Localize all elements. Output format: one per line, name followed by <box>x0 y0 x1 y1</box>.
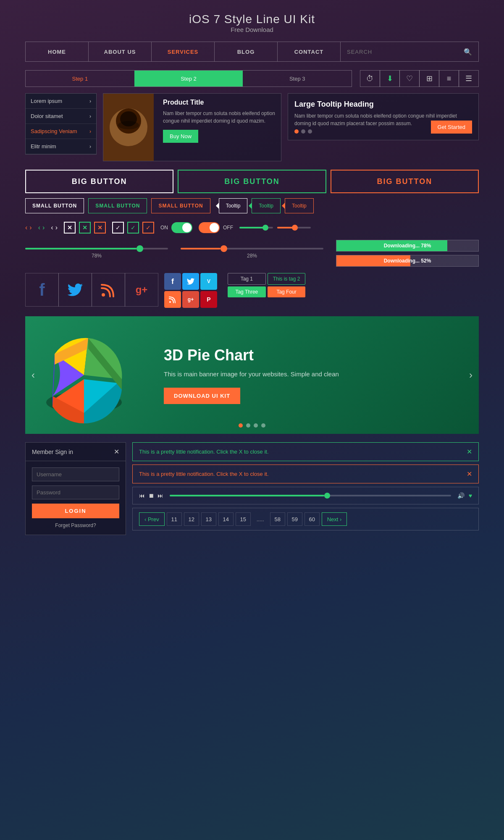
nav-home[interactable]: HOME <box>26 42 89 61</box>
mini-slider-orange[interactable] <box>277 227 311 228</box>
twitter-small-icon[interactable] <box>182 273 199 290</box>
check-mark-white[interactable]: ✓ <box>112 222 124 234</box>
toggle-switch-green[interactable] <box>171 222 192 233</box>
step-3[interactable]: Step 3 <box>243 71 352 87</box>
banner-dot-1[interactable] <box>239 423 243 428</box>
vimeo-small-icon[interactable]: V <box>200 273 217 290</box>
password-input[interactable] <box>32 486 119 499</box>
nav-blog[interactable]: BLOG <box>215 42 278 61</box>
dropdown-item-3[interactable]: Sadipscing Veniam › <box>26 124 96 139</box>
dropdown-item-2[interactable]: Dolor sitamet › <box>26 109 96 124</box>
tag-3[interactable]: Tag Three <box>228 286 266 297</box>
page-15[interactable]: 15 <box>236 512 251 526</box>
page-13[interactable]: 13 <box>201 512 216 526</box>
chevron-right-green[interactable]: › <box>42 224 45 231</box>
dropdown-menu: Lorem ipsum › Dolor sitamet › Sadipscing… <box>25 93 97 155</box>
notification-close-orange[interactable]: ✕ <box>467 470 472 478</box>
menu-icon[interactable]: ☰ <box>459 70 479 87</box>
grid-icon[interactable]: ⊞ <box>419 70 439 87</box>
toggle-knob <box>210 223 219 232</box>
page-14[interactable]: 14 <box>218 512 234 526</box>
small-button-white[interactable]: SMALL BUTTON <box>25 198 84 213</box>
banner-dot-2[interactable] <box>246 423 250 428</box>
chevron-right-orange[interactable]: › <box>29 224 32 231</box>
tooltip-white[interactable]: Tooltip <box>219 198 248 213</box>
page-60[interactable]: 60 <box>304 512 320 526</box>
signin-close-button[interactable]: ✕ <box>114 448 119 456</box>
chevron-left-green[interactable]: ‹ <box>38 224 40 231</box>
rss-small-icon[interactable] <box>164 291 181 308</box>
x-mark-white[interactable]: ✕ <box>64 222 76 234</box>
prev-button[interactable]: ‹ Prev <box>139 512 165 526</box>
username-input[interactable] <box>32 467 119 481</box>
dot-3[interactable] <box>308 129 312 134</box>
page-58[interactable]: 58 <box>270 512 285 526</box>
slider-percent-green: 78% <box>25 253 168 259</box>
slider-track-orange[interactable] <box>181 248 323 249</box>
chevron-left-orange[interactable]: ‹ <box>25 224 27 231</box>
nav-about[interactable]: ABOUT US <box>89 42 152 61</box>
login-button[interactable]: LOGIN <box>32 504 119 518</box>
next-button[interactable]: Next › <box>322 512 347 526</box>
x-mark-orange[interactable]: ✕ <box>94 222 106 234</box>
search-input[interactable] <box>347 49 464 55</box>
slider-track-green[interactable] <box>25 248 168 249</box>
list-icon[interactable]: ≡ <box>439 70 459 87</box>
notification-close-green[interactable]: ✕ <box>467 448 472 456</box>
tooltip-orange[interactable]: Tooltip <box>285 198 314 213</box>
rewind-button[interactable]: ⏮ <box>139 492 145 499</box>
small-button-orange[interactable]: SMALL BUTTON <box>151 198 210 213</box>
widgets-row: Lorem ipsum › Dolor sitamet › Sadipscing… <box>25 93 479 161</box>
big-button-orange[interactable]: BIG BUTTON <box>331 170 479 193</box>
page-11[interactable]: 11 <box>167 512 182 526</box>
heart-player-icon[interactable]: ♥ <box>469 492 472 499</box>
tag-1[interactable]: Tag 1 <box>228 273 266 285</box>
tag-4[interactable]: Tag Four <box>268 286 306 297</box>
big-button-green[interactable]: BIG BUTTON <box>178 170 326 193</box>
download-ui-kit-button[interactable]: DOWNLOAD UI KIT <box>164 388 240 404</box>
dropdown-item-4[interactable]: Elitr minim › <box>26 139 96 154</box>
stop-button[interactable]: ⏹ <box>148 492 154 499</box>
nav-contact[interactable]: CONTACT <box>278 42 341 61</box>
x-mark-green[interactable]: ✕ <box>79 222 91 234</box>
step-2[interactable]: Step 2 <box>134 71 243 87</box>
facebook-large-icon[interactable]: f <box>25 273 59 307</box>
rss-large-icon[interactable] <box>92 273 125 307</box>
banner-dot-3[interactable] <box>254 423 258 428</box>
player-track[interactable] <box>170 495 451 496</box>
clock-icon[interactable]: ⏱ <box>360 70 380 87</box>
volume-icon[interactable]: 🔊 <box>457 492 465 499</box>
gplus-small-icon[interactable]: g+ <box>182 291 199 308</box>
download-icon[interactable]: ⬇ <box>380 70 400 87</box>
dropdown-item-1[interactable]: Lorem ipsum › <box>26 94 96 109</box>
big-button-white[interactable]: BIG BUTTON <box>25 170 173 193</box>
tooltip-green[interactable]: Tooltip <box>252 198 281 213</box>
page-59[interactable]: 59 <box>287 512 302 526</box>
dot-1[interactable] <box>294 129 299 134</box>
chevron-right-white[interactable]: › <box>55 224 58 231</box>
dot-2[interactable] <box>301 129 305 134</box>
buy-now-button[interactable]: Buy Now <box>163 130 198 143</box>
pinterest-small-icon[interactable]: P <box>200 291 217 308</box>
step-1[interactable]: Step 1 <box>26 71 134 87</box>
banner-prev-arrow[interactable]: ‹ <box>32 369 35 381</box>
tag-2[interactable]: This is tag 2 <box>268 273 306 285</box>
gplus-large-icon[interactable]: g+ <box>125 273 158 307</box>
banner-next-arrow[interactable]: › <box>469 369 472 381</box>
toggle-switch-orange[interactable] <box>199 222 220 233</box>
page-12[interactable]: 12 <box>184 512 199 526</box>
check-mark-green[interactable]: ✓ <box>127 222 139 234</box>
slider-thumb-green <box>136 245 143 252</box>
forgot-password-link[interactable]: Forget Password? <box>32 522 119 528</box>
twitter-large-icon[interactable] <box>58 273 92 307</box>
nav-services[interactable]: SERVICES <box>152 42 215 61</box>
get-started-button[interactable]: Get Started <box>431 121 472 134</box>
facebook-small-icon[interactable]: f <box>164 273 181 290</box>
heart-icon[interactable]: ♡ <box>399 70 420 87</box>
chevron-left-white[interactable]: ‹ <box>51 224 53 231</box>
mini-slider-green[interactable] <box>239 227 273 228</box>
play-button[interactable]: ⏭ <box>158 492 163 499</box>
banner-dot-4[interactable] <box>261 423 265 428</box>
small-button-green[interactable]: SMALL BUTTON <box>88 198 147 213</box>
check-mark-orange[interactable]: ✓ <box>142 222 154 234</box>
